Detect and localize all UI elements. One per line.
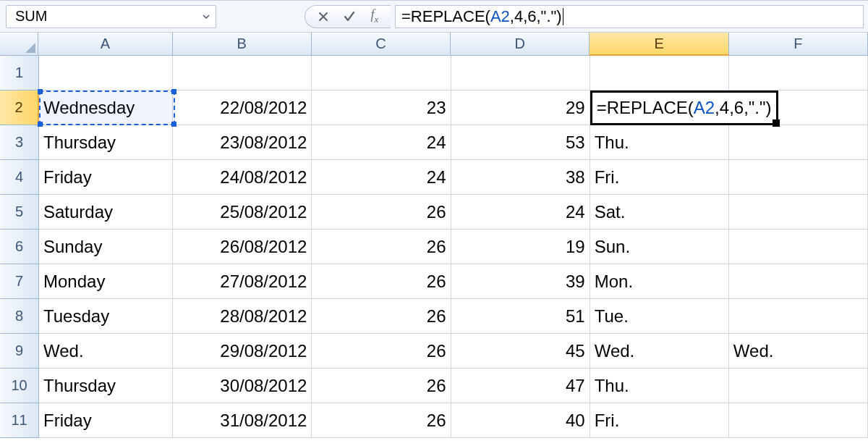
row-header-6[interactable]: 6 — [0, 230, 39, 264]
column-header-B[interactable]: B — [173, 33, 312, 56]
formula-bar-buttons: fx — [305, 5, 391, 28]
spreadsheet-grid: ABCDEF 1234567891011 Wednesday22/08/2012… — [0, 33, 868, 446]
cell-B8[interactable]: 28/08/2012 — [173, 299, 312, 334]
cell-B4[interactable]: 24/08/2012 — [173, 160, 312, 195]
cell-D10[interactable]: 47 — [451, 369, 590, 403]
row-header-5[interactable]: 5 — [0, 195, 39, 230]
cell-F7[interactable] — [729, 264, 868, 299]
cell-E2[interactable]: =REPLACE(A2,4,6,".") — [590, 91, 729, 125]
cell-F10[interactable] — [729, 369, 868, 403]
cell-C5[interactable]: 26 — [312, 195, 451, 230]
cell-D2[interactable]: 29 — [451, 91, 590, 125]
cell-A2[interactable]: Wednesday — [39, 91, 173, 125]
cell-D11[interactable]: 40 — [451, 403, 590, 438]
row-header-2[interactable]: 2 — [0, 91, 39, 125]
cell-F11[interactable] — [729, 403, 868, 438]
cell-F6[interactable] — [729, 230, 868, 264]
cell-D7[interactable]: 39 — [451, 264, 590, 299]
editing-cell-overlay[interactable]: =REPLACE(A2,4,6,".") — [590, 91, 778, 125]
cell-C1[interactable] — [312, 56, 451, 91]
cell-B10[interactable]: 30/08/2012 — [173, 369, 312, 403]
row-headers: 1234567891011 — [0, 56, 39, 446]
cell-E5[interactable]: Sat. — [590, 195, 729, 230]
cell-E7[interactable]: Mon. — [590, 264, 729, 299]
cell-E8[interactable]: Tue. — [590, 299, 729, 334]
cell-A5[interactable]: Saturday — [39, 195, 173, 230]
cell-D4[interactable]: 38 — [451, 160, 590, 195]
row-header-8[interactable]: 8 — [0, 299, 39, 334]
cancel-icon[interactable] — [315, 9, 331, 25]
cell-F8[interactable] — [729, 299, 868, 334]
column-header-F[interactable]: F — [729, 33, 868, 56]
cell-D3[interactable]: 53 — [451, 125, 590, 160]
cell-A9[interactable]: Wed. — [39, 334, 173, 369]
fill-handle[interactable] — [773, 119, 780, 127]
cell-D8[interactable]: 51 — [451, 299, 590, 334]
cell-B1[interactable] — [173, 56, 312, 91]
cell-A1[interactable] — [39, 56, 173, 91]
cell-A7[interactable]: Monday — [39, 264, 173, 299]
cell-C10[interactable]: 26 — [312, 369, 451, 403]
cell-B2[interactable]: 22/08/2012 — [173, 91, 312, 125]
cell-D5[interactable]: 24 — [451, 195, 590, 230]
cell-E1[interactable] — [590, 56, 729, 91]
cell-F5[interactable] — [729, 195, 868, 230]
cell-A4[interactable]: Friday — [39, 160, 173, 195]
cell-B9[interactable]: 29/08/2012 — [173, 334, 312, 369]
cell-D6[interactable]: 19 — [451, 230, 590, 264]
cell-F9[interactable]: Wed. — [729, 334, 868, 369]
cell-A10[interactable]: Thursday — [39, 369, 173, 403]
cell-C4[interactable]: 24 — [312, 160, 451, 195]
cell-C2[interactable]: 23 — [312, 91, 451, 125]
cell-D9[interactable]: 45 — [451, 334, 590, 369]
cell-D1[interactable] — [451, 56, 590, 91]
cell-A11[interactable]: Friday — [39, 403, 173, 438]
row-header-1[interactable]: 1 — [0, 56, 39, 91]
row-header-3[interactable]: 3 — [0, 125, 39, 160]
range-handle[interactable] — [38, 89, 43, 94]
cell-E3[interactable]: Thu. — [590, 125, 729, 160]
cell-C3[interactable]: 24 — [312, 125, 451, 160]
cell-F1[interactable] — [729, 56, 868, 91]
cell-E9[interactable]: Wed. — [590, 334, 729, 369]
cell-F4[interactable] — [729, 160, 868, 195]
column-header-A[interactable]: A — [38, 33, 172, 56]
row-header-10[interactable]: 10 — [0, 369, 39, 403]
cell-B7[interactable]: 27/08/2012 — [173, 264, 312, 299]
row: Monday27/08/20122639Mon. — [39, 264, 868, 299]
cell-E11[interactable]: Fri. — [590, 403, 729, 438]
row-header-4[interactable]: 4 — [0, 160, 39, 195]
name-box-dropdown-icon[interactable] — [200, 10, 213, 23]
cell-C11[interactable]: 26 — [312, 403, 451, 438]
cell-C6[interactable]: 26 — [312, 230, 451, 264]
cell-value: 40 — [566, 411, 585, 431]
insert-function-button[interactable]: fx — [367, 9, 383, 25]
formula-input[interactable]: =REPLACE(A2,4,6,".") — [395, 5, 864, 28]
cell-E6[interactable]: Sun. — [590, 230, 729, 264]
cell-F3[interactable] — [729, 125, 868, 160]
cell-B11[interactable]: 31/08/2012 — [173, 403, 312, 438]
name-box-wrap[interactable] — [6, 5, 216, 28]
column-header-D[interactable]: D — [451, 33, 590, 56]
enter-icon[interactable] — [341, 9, 357, 25]
cell-E4[interactable]: Fri. — [590, 160, 729, 195]
select-all-button[interactable] — [0, 33, 38, 56]
row-header-7[interactable]: 7 — [0, 264, 39, 299]
row-header-9[interactable]: 9 — [0, 334, 39, 369]
cell-A3[interactable]: Thursday — [39, 125, 173, 160]
row-header-11[interactable]: 11 — [0, 403, 39, 438]
cell-C7[interactable]: 26 — [312, 264, 451, 299]
formula-input-text: =REPLACE(A2,4,6,".") — [401, 7, 562, 26]
cell-E10[interactable]: Thu. — [590, 369, 729, 403]
cell-B3[interactable]: 23/08/2012 — [173, 125, 312, 160]
cell-value: Thursday — [43, 132, 116, 153]
cell-B6[interactable]: 26/08/2012 — [173, 230, 312, 264]
cell-B5[interactable]: 25/08/2012 — [173, 195, 312, 230]
cell-C8[interactable]: 26 — [312, 299, 451, 334]
column-header-E[interactable]: E — [590, 33, 728, 56]
name-box-input[interactable] — [14, 7, 200, 25]
cell-C9[interactable]: 26 — [312, 334, 451, 369]
cell-A8[interactable]: Tuesday — [39, 299, 173, 334]
column-header-C[interactable]: C — [312, 33, 451, 56]
cell-A6[interactable]: Sunday — [39, 230, 173, 264]
